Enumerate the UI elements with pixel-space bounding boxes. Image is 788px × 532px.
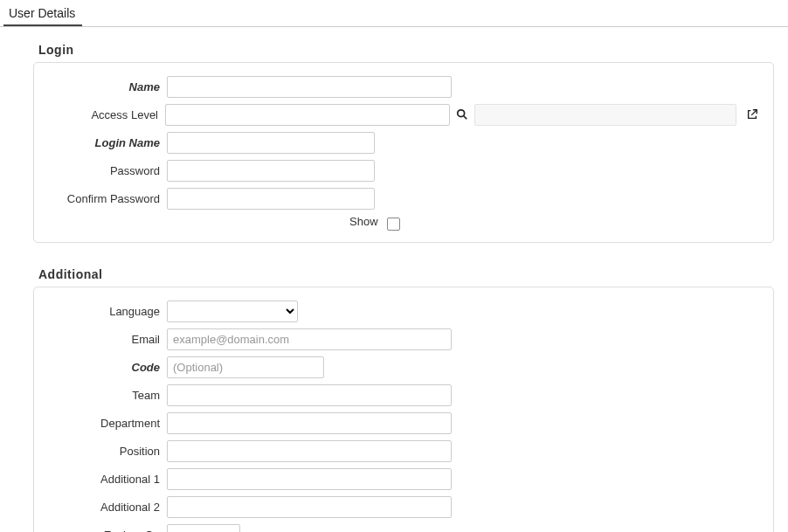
name-input[interactable] <box>167 76 452 98</box>
label-name: Name <box>48 80 167 93</box>
label-login-name: Login Name <box>48 136 167 149</box>
login-name-input[interactable] <box>167 132 375 154</box>
label-position: Position <box>48 445 167 458</box>
label-code: Code <box>48 361 167 374</box>
show-password-checkbox[interactable] <box>387 218 400 231</box>
external-link-icon[interactable] <box>745 107 759 121</box>
confirm-password-input[interactable] <box>167 188 375 210</box>
label-expires-on: Expires On <box>48 529 167 533</box>
email-input[interactable] <box>167 328 452 350</box>
label-additional-1: Additional 1 <box>48 473 167 486</box>
tab-user-details[interactable]: User Details <box>3 3 82 26</box>
svg-point-0 <box>458 110 465 117</box>
team-input[interactable] <box>167 384 452 406</box>
search-icon[interactable] <box>455 107 469 121</box>
panel-login: Name Access Level Login Name Password <box>33 62 774 243</box>
access-level-input[interactable] <box>165 104 450 126</box>
expires-on-input[interactable] <box>167 524 240 533</box>
department-input[interactable] <box>167 412 452 434</box>
section-heading-additional: Additional <box>38 267 788 281</box>
label-show: Show <box>349 215 378 228</box>
svg-line-1 <box>464 116 467 120</box>
access-level-display <box>474 104 736 126</box>
additional-2-input[interactable] <box>167 496 452 518</box>
panel-additional: Language Email Code Team Department Posi… <box>33 287 774 532</box>
code-input[interactable] <box>167 356 324 378</box>
label-email: Email <box>48 333 167 346</box>
label-access-level: Access Level <box>48 108 165 121</box>
language-select[interactable] <box>167 301 298 322</box>
label-language: Language <box>48 305 167 318</box>
label-team: Team <box>48 389 167 402</box>
tab-bar: User Details <box>0 0 788 27</box>
label-additional-2: Additional 2 <box>48 501 167 514</box>
password-input[interactable] <box>167 160 375 182</box>
label-department: Department <box>48 417 167 430</box>
additional-1-input[interactable] <box>167 468 452 490</box>
svg-line-2 <box>751 110 757 115</box>
position-input[interactable] <box>167 440 452 462</box>
label-password: Password <box>48 164 167 177</box>
section-heading-login: Login <box>38 43 788 57</box>
label-confirm-password: Confirm Password <box>48 192 167 205</box>
